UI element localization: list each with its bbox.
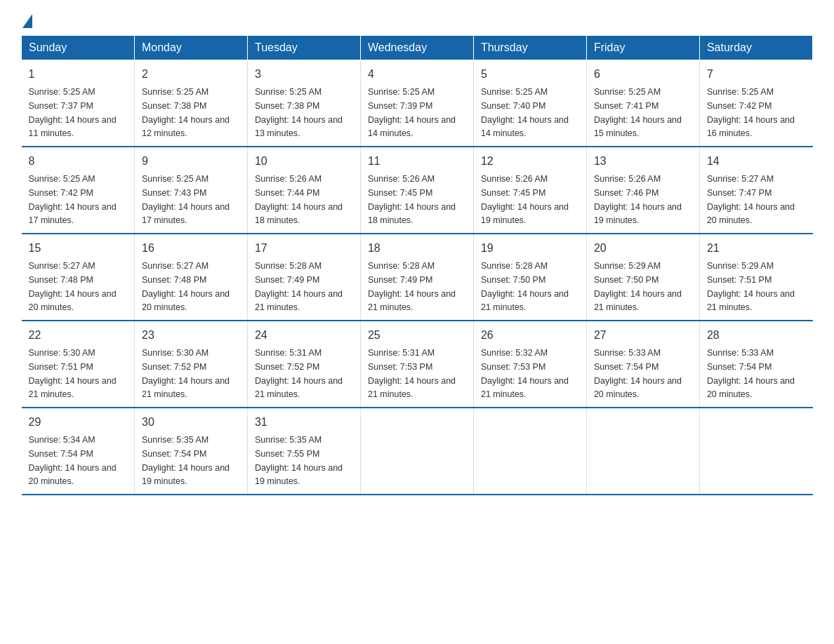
day-daylight: Daylight: 14 hours and 19 minutes. [594,202,682,226]
day-sunrise: Sunrise: 5:26 AM [594,174,661,184]
day-daylight: Daylight: 14 hours and 19 minutes. [481,202,569,226]
day-sunrise: Sunrise: 5:29 AM [594,261,661,271]
day-daylight: Daylight: 14 hours and 17 minutes. [142,202,230,226]
day-sunrise: Sunrise: 5:34 AM [29,435,95,445]
day-daylight: Daylight: 14 hours and 20 minutes. [594,376,682,400]
logo [21,14,34,28]
day-number: 26 [481,327,579,344]
day-number: 9 [142,153,240,170]
day-sunset: Sunset: 7:49 PM [255,275,319,285]
day-sunrise: Sunrise: 5:26 AM [481,174,548,184]
day-daylight: Daylight: 14 hours and 21 minutes. [255,376,343,400]
day-number: 25 [368,327,466,344]
day-sunset: Sunset: 7:42 PM [29,188,93,198]
day-sunset: Sunset: 7:50 PM [594,275,658,285]
calendar-day-cell: 24 Sunrise: 5:31 AM Sunset: 7:52 PM Dayl… [247,321,360,408]
day-daylight: Daylight: 14 hours and 21 minutes. [368,376,456,400]
day-sunset: Sunset: 7:38 PM [142,101,206,111]
calendar-day-cell: 16 Sunrise: 5:27 AM Sunset: 7:48 PM Dayl… [134,234,247,321]
weekday-header-monday: Monday [134,36,247,60]
day-daylight: Daylight: 14 hours and 21 minutes. [255,289,343,313]
day-sunrise: Sunrise: 5:25 AM [255,87,322,97]
day-daylight: Daylight: 14 hours and 21 minutes. [29,376,117,400]
calendar-day-cell: 1 Sunrise: 5:25 AM Sunset: 7:37 PM Dayli… [22,60,135,147]
day-daylight: Daylight: 14 hours and 18 minutes. [255,202,343,226]
day-daylight: Daylight: 14 hours and 19 minutes. [255,463,343,487]
day-sunset: Sunset: 7:49 PM [368,275,432,285]
day-sunrise: Sunrise: 5:25 AM [707,87,774,97]
calendar-day-cell: 7 Sunrise: 5:25 AM Sunset: 7:42 PM Dayli… [699,60,812,147]
day-number: 12 [481,153,579,170]
day-sunset: Sunset: 7:48 PM [142,275,206,285]
day-sunset: Sunset: 7:42 PM [707,101,772,111]
day-number: 13 [594,153,692,170]
calendar-week-row: 1 Sunrise: 5:25 AM Sunset: 7:37 PM Dayli… [22,60,813,147]
logo-triangle-icon [22,14,32,28]
day-number: 8 [29,153,127,170]
day-sunset: Sunset: 7:45 PM [368,188,432,198]
day-sunrise: Sunrise: 5:28 AM [368,261,435,271]
weekday-header-saturday: Saturday [699,36,812,60]
day-sunrise: Sunrise: 5:26 AM [368,174,435,184]
day-sunset: Sunset: 7:44 PM [255,188,319,198]
day-sunrise: Sunrise: 5:28 AM [481,261,548,271]
day-daylight: Daylight: 14 hours and 20 minutes. [707,202,795,226]
day-sunset: Sunset: 7:47 PM [707,188,772,198]
day-daylight: Daylight: 14 hours and 21 minutes. [481,289,569,313]
calendar-day-cell: 4 Sunrise: 5:25 AM Sunset: 7:39 PM Dayli… [360,60,473,147]
day-sunrise: Sunrise: 5:25 AM [29,87,95,97]
calendar-day-cell: 28 Sunrise: 5:33 AM Sunset: 7:54 PM Dayl… [699,321,812,408]
calendar-day-cell: 3 Sunrise: 5:25 AM Sunset: 7:38 PM Dayli… [247,60,360,147]
day-daylight: Daylight: 14 hours and 20 minutes. [707,376,795,400]
day-sunrise: Sunrise: 5:28 AM [255,261,322,271]
day-sunset: Sunset: 7:54 PM [707,362,772,372]
day-daylight: Daylight: 14 hours and 20 minutes. [29,463,117,487]
day-daylight: Daylight: 14 hours and 20 minutes. [142,289,230,313]
calendar-week-row: 29 Sunrise: 5:34 AM Sunset: 7:54 PM Dayl… [22,408,813,495]
day-sunset: Sunset: 7:52 PM [255,362,319,372]
day-sunset: Sunset: 7:53 PM [368,362,432,372]
weekday-header-tuesday: Tuesday [247,36,360,60]
calendar-day-cell [360,408,473,495]
day-sunset: Sunset: 7:38 PM [255,101,319,111]
day-sunset: Sunset: 7:41 PM [594,101,658,111]
calendar-day-cell: 18 Sunrise: 5:28 AM Sunset: 7:49 PM Dayl… [360,234,473,321]
day-number: 28 [707,327,806,344]
day-sunrise: Sunrise: 5:33 AM [594,348,661,358]
day-sunset: Sunset: 7:54 PM [142,449,206,459]
day-sunset: Sunset: 7:54 PM [594,362,658,372]
day-sunrise: Sunrise: 5:25 AM [29,174,95,184]
day-number: 23 [142,327,240,344]
day-daylight: Daylight: 14 hours and 18 minutes. [368,202,456,226]
calendar-day-cell: 8 Sunrise: 5:25 AM Sunset: 7:42 PM Dayli… [22,147,135,234]
day-daylight: Daylight: 14 hours and 14 minutes. [481,115,569,139]
day-sunrise: Sunrise: 5:25 AM [368,87,435,97]
calendar-day-cell: 15 Sunrise: 5:27 AM Sunset: 7:48 PM Dayl… [22,234,135,321]
calendar-day-cell: 25 Sunrise: 5:31 AM Sunset: 7:53 PM Dayl… [360,321,473,408]
day-number: 1 [29,66,127,83]
calendar-week-row: 8 Sunrise: 5:25 AM Sunset: 7:42 PM Dayli… [22,147,813,234]
day-number: 16 [142,240,240,257]
day-daylight: Daylight: 14 hours and 21 minutes. [481,376,569,400]
day-sunrise: Sunrise: 5:30 AM [142,348,208,358]
day-sunset: Sunset: 7:51 PM [707,275,772,285]
day-sunrise: Sunrise: 5:27 AM [29,261,95,271]
day-daylight: Daylight: 14 hours and 13 minutes. [255,115,343,139]
calendar-day-cell: 27 Sunrise: 5:33 AM Sunset: 7:54 PM Dayl… [586,321,699,408]
day-number: 18 [368,240,466,257]
page-header [21,14,813,28]
day-sunset: Sunset: 7:40 PM [481,101,545,111]
calendar-day-cell: 26 Sunrise: 5:32 AM Sunset: 7:53 PM Dayl… [473,321,586,408]
day-sunset: Sunset: 7:43 PM [142,188,206,198]
day-sunset: Sunset: 7:52 PM [142,362,206,372]
day-sunrise: Sunrise: 5:32 AM [481,348,548,358]
day-sunset: Sunset: 7:53 PM [481,362,545,372]
day-number: 29 [29,414,127,431]
day-sunset: Sunset: 7:51 PM [29,362,93,372]
day-sunset: Sunset: 7:50 PM [481,275,545,285]
day-number: 22 [29,327,127,344]
calendar-day-cell: 6 Sunrise: 5:25 AM Sunset: 7:41 PM Dayli… [586,60,699,147]
day-sunrise: Sunrise: 5:25 AM [481,87,548,97]
day-sunrise: Sunrise: 5:25 AM [142,174,208,184]
calendar-week-row: 15 Sunrise: 5:27 AM Sunset: 7:48 PM Dayl… [22,234,813,321]
